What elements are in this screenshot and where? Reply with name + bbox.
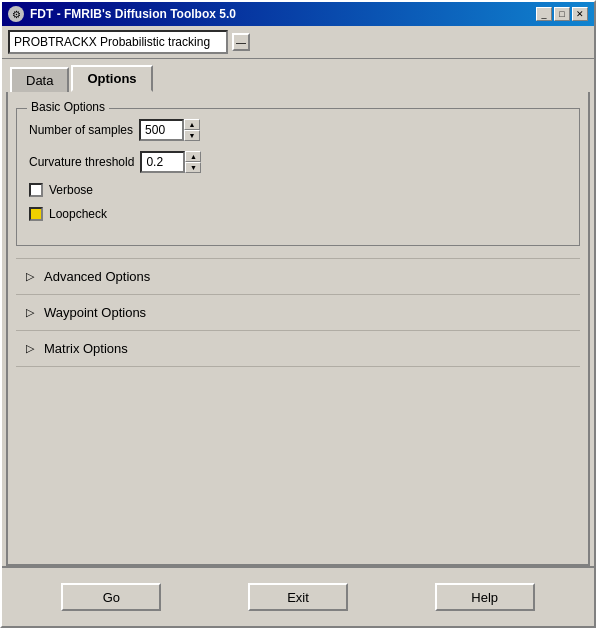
tab-bar: Data Options — [2, 59, 594, 92]
tab-data[interactable]: Data — [10, 67, 69, 92]
samples-spinbox: ▲ ▼ — [139, 119, 200, 141]
title-bar-left: ⚙ FDT - FMRIB's Diffusion Toolbox 5.0 — [8, 6, 236, 22]
loopcheck-label: Loopcheck — [49, 207, 107, 221]
curvature-spinbox: ▲ ▼ — [140, 151, 201, 173]
title-buttons: _ □ ✕ — [536, 7, 588, 21]
curvature-label: Curvature threshold — [29, 155, 134, 169]
collapsible-sections: ▷ Advanced Options ▷ Waypoint Options ▷ … — [16, 258, 580, 367]
maximize-button[interactable]: □ — [554, 7, 570, 21]
waypoint-options-item[interactable]: ▷ Waypoint Options — [16, 295, 580, 331]
help-button[interactable]: Help — [435, 583, 535, 611]
samples-input[interactable] — [139, 119, 184, 141]
content-area: Basic Options Number of samples ▲ ▼ Curv… — [8, 92, 588, 564]
advanced-options-label: Advanced Options — [44, 269, 150, 284]
waypoint-options-label: Waypoint Options — [44, 305, 146, 320]
matrix-triangle-icon: ▷ — [24, 343, 36, 355]
loopcheck-checkbox[interactable] — [29, 207, 43, 221]
matrix-options-label: Matrix Options — [44, 341, 128, 356]
dropdown-label: PROBTRACKX Probabilistic tracking — [14, 35, 210, 49]
waypoint-triangle-icon: ▷ — [24, 307, 36, 319]
close-button[interactable]: ✕ — [572, 7, 588, 21]
exit-button[interactable]: Exit — [248, 583, 348, 611]
curvature-row: Curvature threshold ▲ ▼ — [29, 151, 567, 173]
advanced-options-item[interactable]: ▷ Advanced Options — [16, 258, 580, 295]
window-title: FDT - FMRIB's Diffusion Toolbox 5.0 — [30, 7, 236, 21]
loopcheck-row: Loopcheck — [29, 207, 567, 221]
advanced-triangle-icon: ▷ — [24, 271, 36, 283]
verbose-checkbox[interactable] — [29, 183, 43, 197]
dropdown-arrow-button[interactable]: — — [232, 33, 250, 51]
samples-decrement-button[interactable]: ▼ — [184, 130, 200, 141]
verbose-label: Verbose — [49, 183, 93, 197]
toolbar: PROBTRACKX Probabilistic tracking — — [2, 26, 594, 59]
basic-options-group: Basic Options Number of samples ▲ ▼ Curv… — [16, 108, 580, 246]
samples-label: Number of samples — [29, 123, 133, 137]
samples-spinbox-buttons: ▲ ▼ — [184, 119, 200, 141]
samples-increment-button[interactable]: ▲ — [184, 119, 200, 130]
group-title: Basic Options — [27, 100, 109, 114]
content-panel: Basic Options Number of samples ▲ ▼ Curv… — [6, 92, 590, 566]
curvature-spinbox-buttons: ▲ ▼ — [185, 151, 201, 173]
bottom-bar: Go Exit Help — [2, 566, 594, 626]
curvature-input[interactable] — [140, 151, 185, 173]
matrix-options-item[interactable]: ▷ Matrix Options — [16, 331, 580, 367]
curvature-increment-button[interactable]: ▲ — [185, 151, 201, 162]
tab-options[interactable]: Options — [71, 65, 152, 92]
go-button[interactable]: Go — [61, 583, 161, 611]
main-window: ⚙ FDT - FMRIB's Diffusion Toolbox 5.0 _ … — [0, 0, 596, 628]
verbose-row: Verbose — [29, 183, 567, 197]
title-bar: ⚙ FDT - FMRIB's Diffusion Toolbox 5.0 _ … — [2, 2, 594, 26]
mode-dropdown[interactable]: PROBTRACKX Probabilistic tracking — [8, 30, 228, 54]
minimize-button[interactable]: _ — [536, 7, 552, 21]
curvature-decrement-button[interactable]: ▼ — [185, 162, 201, 173]
samples-row: Number of samples ▲ ▼ — [29, 119, 567, 141]
app-icon: ⚙ — [8, 6, 24, 22]
